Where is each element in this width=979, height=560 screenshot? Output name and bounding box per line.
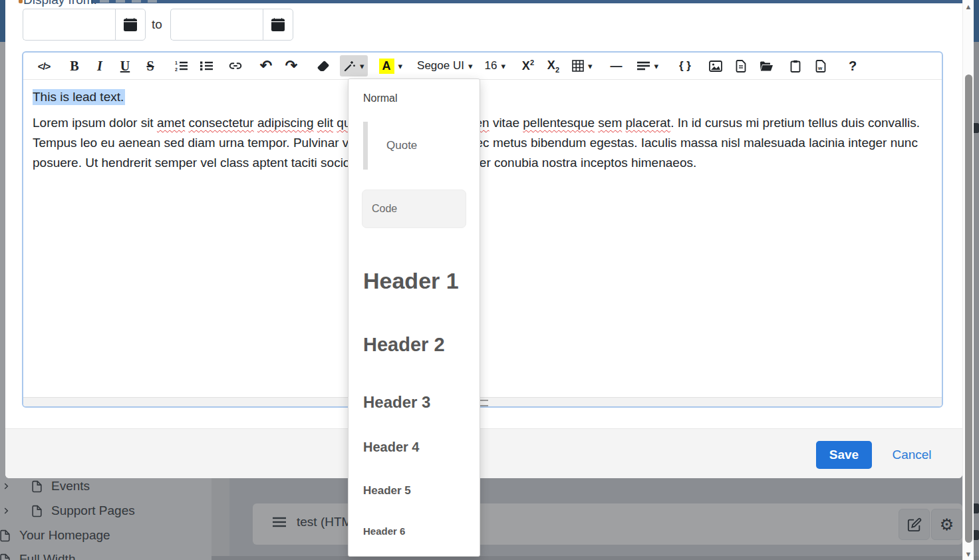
open-folder-button[interactable] — [754, 55, 779, 76]
remove-format-button[interactable] — [311, 55, 336, 76]
edit-modal: Display from: to </> B I U S 12 — [5, 0, 962, 478]
font-size-dropdown[interactable]: 16 — [481, 55, 508, 76]
underline-icon: U — [120, 59, 130, 74]
style-option-header-6[interactable]: Header 6 — [349, 525, 480, 538]
paragraph-align-button[interactable] — [634, 55, 662, 76]
svg-text:1: 1 — [175, 61, 178, 65]
to-label: to — [152, 17, 162, 32]
strip-notch — [116, 0, 125, 3]
cancel-button[interactable]: Cancel — [885, 441, 939, 469]
word-import-button[interactable]: w — [808, 55, 833, 76]
style-option-normal[interactable]: Normal — [349, 88, 480, 108]
editor-statusbar — [23, 397, 942, 406]
scrollbar-up-arrow-icon[interactable]: ▲ — [963, 3, 974, 11]
superscript-icon: X2 — [522, 59, 534, 73]
table-button[interactable] — [569, 55, 596, 76]
scrollbar-thumb[interactable] — [965, 74, 972, 543]
ordered-list-icon: 12 — [175, 60, 188, 72]
highlight-color-icon: A — [379, 59, 394, 74]
display-from-label: Display from: — [23, 0, 97, 7]
code-braces-icon: { } — [679, 59, 691, 72]
date-from-input[interactable] — [23, 9, 116, 41]
image-icon — [709, 61, 722, 72]
lead-text-line: This is lead text. — [33, 90, 931, 104]
insert-image-button[interactable] — [703, 55, 728, 76]
subscript-icon: X2 — [547, 59, 559, 74]
strikethrough-button[interactable]: S — [138, 55, 163, 76]
editor-paragraph: Lorem ipsum dolor sit amet consectetur a… — [33, 113, 931, 173]
horizontal-rule-button[interactable]: — — [603, 55, 629, 76]
code-view-icon: </> — [38, 61, 51, 72]
calendar-icon — [124, 18, 137, 31]
ordered-list-button[interactable]: 12 — [168, 55, 194, 76]
strikethrough-icon: S — [146, 59, 154, 74]
link-button[interactable] — [223, 55, 248, 76]
table-icon — [572, 60, 584, 72]
modal-footer: Save Cancel — [5, 428, 962, 478]
strip-notch — [132, 0, 141, 3]
vertical-scrollbar[interactable]: ▲ ▼ — [962, 0, 974, 560]
word-document-icon: w — [815, 60, 826, 72]
insert-document-button[interactable] — [728, 55, 754, 76]
subscript-button[interactable]: X2 — [541, 55, 566, 76]
editor-content-area[interactable]: This is lead text. Lorem ipsum dolor sit… — [23, 80, 942, 173]
paste-button[interactable] — [783, 55, 808, 76]
align-icon — [637, 61, 650, 71]
cut-off-header-strip — [91, 0, 962, 3]
redo-icon — [285, 57, 297, 74]
horizontal-rule-icon: — — [610, 59, 622, 73]
cut-off-marker — [19, 0, 23, 3]
code-view-button[interactable]: </> — [31, 55, 57, 76]
save-button[interactable]: Save — [816, 441, 872, 469]
rich-text-editor: </> B I U S 12 — [22, 51, 943, 408]
document-icon — [736, 60, 746, 72]
style-option-header-3[interactable]: Header 3 — [349, 392, 480, 412]
folder-open-icon — [760, 61, 773, 72]
svg-text:2: 2 — [175, 67, 178, 72]
style-option-header-1[interactable]: Header 1 — [349, 267, 480, 295]
strip-notch — [148, 0, 157, 3]
eraser-icon — [317, 60, 329, 72]
style-option-header-2[interactable]: Header 2 — [349, 333, 480, 356]
style-option-quote[interactable]: Quote — [363, 122, 465, 170]
calendar-icon — [271, 18, 285, 31]
style-option-code[interactable]: Code — [362, 190, 466, 228]
clipboard-icon — [790, 60, 801, 72]
scrollbar-down-arrow-icon[interactable]: ▼ — [963, 550, 974, 558]
underline-button[interactable]: U — [112, 55, 138, 76]
link-icon — [228, 60, 243, 72]
text-color-button[interactable]: A — [376, 55, 406, 76]
code-snippet-button[interactable]: { } — [672, 55, 698, 76]
help-button[interactable]: ? — [840, 55, 865, 76]
date-to-calendar-button[interactable] — [263, 9, 293, 41]
bold-icon: B — [70, 59, 78, 74]
italic-button[interactable]: I — [87, 55, 112, 76]
date-to-input[interactable] — [170, 9, 263, 41]
redo-button[interactable] — [279, 55, 304, 76]
font-name-dropdown[interactable]: Segoe UI — [414, 55, 476, 76]
unordered-list-icon — [200, 60, 213, 72]
bold-button[interactable]: B — [62, 55, 87, 76]
style-option-header-4[interactable]: Header 4 — [349, 439, 480, 456]
style-option-header-5[interactable]: Header 5 — [349, 484, 480, 497]
strip-notch — [100, 0, 109, 3]
help-icon: ? — [849, 59, 857, 74]
italic-icon: I — [97, 59, 102, 74]
date-from-calendar-button[interactable] — [115, 9, 146, 41]
unordered-list-button[interactable] — [194, 55, 219, 76]
superscript-button[interactable]: X2 — [515, 55, 541, 76]
undo-icon — [260, 57, 272, 74]
undo-button[interactable] — [253, 55, 279, 76]
svg-text:w: w — [817, 65, 823, 71]
paragraph-style-dropdown: Normal Quote Code Header 1 Header 2 Head… — [348, 78, 480, 557]
magic-wand-icon — [343, 60, 356, 72]
selected-text: This is lead text. — [33, 89, 125, 105]
paragraph-style-button[interactable] — [340, 55, 368, 76]
editor-toolbar: </> B I U S 12 — [23, 53, 942, 80]
